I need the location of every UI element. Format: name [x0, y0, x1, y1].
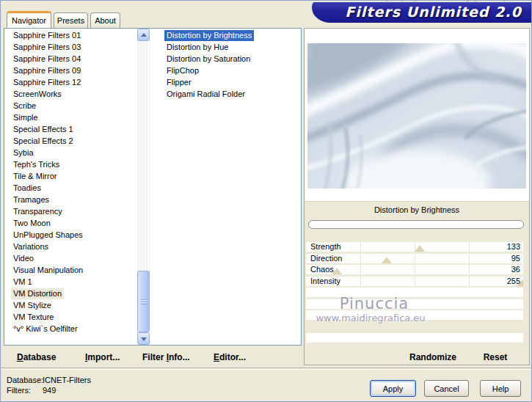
category-item[interactable]: Special Effects 1 [4, 124, 136, 136]
category-item[interactable]: Toadies [4, 183, 136, 194]
slider-label: Chaos [310, 265, 334, 274]
category-item[interactable]: ScreenWorks [4, 89, 136, 100]
category-item[interactable]: UnPlugged Shapes [4, 230, 136, 241]
database-button[interactable]: Database [17, 352, 56, 362]
slider-direction[interactable]: Direction95 [306, 254, 523, 263]
category-item[interactable]: °v° Kiwi`s Oelfilter [4, 324, 136, 335]
filters-count-value: 949 [43, 386, 56, 395]
tab-presets[interactable]: Presets [54, 12, 88, 28]
filter-item[interactable]: Distortion by Hue [161, 42, 299, 54]
category-item[interactable]: Variations [4, 241, 136, 253]
filter-info-button[interactable]: Filter Info... [142, 352, 190, 362]
category-item[interactable]: Video [4, 253, 136, 265]
filter-item[interactable]: Flipper [161, 77, 299, 89]
database-status-value: ICNET-Filters [43, 376, 91, 384]
preview-box [305, 29, 529, 202]
title-banner: Filters Unlimited 2.0 [312, 2, 532, 23]
scroll-up-button[interactable] [137, 29, 150, 41]
tab-navigator[interactable]: Navigator [7, 11, 51, 28]
category-scrollbar[interactable] [137, 29, 150, 345]
slider-chaos[interactable]: Chaos36 [306, 265, 523, 274]
scroll-down-button[interactable] [137, 332, 150, 345]
filter-item[interactable]: FlipChop [161, 65, 299, 77]
category-item[interactable]: Sapphire Filters 04 [4, 54, 136, 65]
randomize-button[interactable]: Randomize [400, 352, 466, 362]
slider-label: Direction [310, 254, 342, 263]
slider-value: 255 [507, 277, 520, 286]
slider-intensity[interactable]: Intensity255 [306, 277, 523, 286]
filter-item[interactable]: Distortion by Brightness [161, 30, 299, 42]
cancel-button[interactable]: Cancel [424, 380, 469, 397]
slider-tick [469, 254, 470, 263]
slider-tick [415, 265, 415, 274]
list-box: Sapphire Filters 01Sapphire Filters 03Sa… [4, 28, 302, 346]
label-accel: D [17, 352, 23, 362]
slider-marker[interactable] [382, 257, 392, 263]
slider-tick [469, 277, 470, 286]
label-text: atabase [23, 352, 57, 362]
slider-value: 36 [511, 265, 520, 274]
slider-rows: Strength133Direction95Chaos36Intensity25… [306, 242, 523, 288]
category-item[interactable]: Simple [4, 112, 136, 124]
slider-tick [360, 254, 361, 263]
slider-strength[interactable]: Strength133 [306, 242, 523, 252]
slider-tick [415, 254, 415, 263]
empty-slider-row [306, 333, 523, 343]
filter-panel: Distortion by Brightness Strength133Dire… [304, 28, 530, 365]
filter-item[interactable]: Distortion by Saturation [161, 54, 299, 65]
category-item[interactable]: Sapphire Filters 01 [4, 30, 136, 42]
help-button[interactable]: Help [480, 380, 521, 397]
category-item[interactable]: Special Effects 2 [4, 136, 136, 147]
category-item[interactable]: Sapphire Filters 12 [4, 77, 136, 89]
category-item[interactable]: Teph's Tricks [4, 159, 136, 171]
label-text: nfo... [169, 352, 190, 362]
label-text: mport... [87, 352, 120, 362]
category-item[interactable]: Sybia [4, 147, 136, 159]
label-text: Filter [142, 352, 167, 362]
category-item[interactable]: Tramages [4, 194, 136, 206]
slider-tick [360, 277, 361, 286]
scroll-down-icon [141, 337, 147, 341]
filters-unlimited-dialog: Filters Unlimited 2.0 Navigator Presets … [0, 0, 532, 402]
import-button[interactable]: Import... [85, 352, 120, 362]
slider-tick [360, 242, 361, 252]
category-item[interactable]: VM 1 [4, 277, 136, 288]
category-list[interactable]: Sapphire Filters 01Sapphire Filters 03Sa… [4, 30, 136, 343]
tab-about[interactable]: About [90, 12, 120, 28]
label-accel: E [214, 352, 219, 362]
slider-tick [415, 277, 415, 286]
preview-image [307, 43, 526, 189]
selected-filter-caption: Distortion by Brightness [305, 205, 529, 214]
category-item[interactable]: Visual Manipulation [4, 265, 136, 277]
slider-label: Strength [310, 242, 341, 252]
slider-value: 95 [511, 254, 520, 263]
category-item[interactable]: Scribe [4, 100, 136, 112]
category-item[interactable]: Tile & Mirror [4, 171, 136, 183]
label-text: ditor... [219, 352, 246, 362]
watermark-name: Pinuccia [308, 295, 440, 313]
scrollbar-thumb[interactable] [137, 271, 150, 332]
category-item[interactable]: Sapphire Filters 09 [4, 65, 136, 77]
slider-marker[interactable] [415, 245, 425, 252]
filter-item[interactable]: Origami Radial Folder [161, 89, 299, 100]
category-item[interactable]: Two Moon [4, 218, 136, 230]
filter-list[interactable]: Distortion by BrightnessDistortion by Hu… [161, 30, 299, 343]
thumb-grip-icon [141, 299, 147, 304]
category-item[interactable]: Transparency [4, 206, 136, 218]
scroll-up-icon [141, 33, 147, 37]
reset-button[interactable]: Reset [473, 352, 517, 362]
watermark-url: www.maidiregrafica.eu [305, 313, 437, 324]
slider-value: 133 [507, 242, 520, 252]
editor-button[interactable]: Editor... [214, 352, 246, 362]
apply-button[interactable]: Apply [370, 380, 416, 397]
slider-tick [360, 265, 361, 274]
progress-bar [308, 220, 524, 229]
category-item[interactable]: VM Stylize [4, 300, 136, 312]
database-status-label: Database: [7, 376, 43, 384]
slider-tick [469, 242, 470, 252]
category-item[interactable]: VM Distortion [4, 288, 136, 300]
category-item[interactable]: Sapphire Filters 03 [4, 42, 136, 54]
status-divider [1, 368, 531, 370]
slider-label: Intensity [310, 277, 340, 286]
category-item[interactable]: VM Texture [4, 312, 136, 324]
